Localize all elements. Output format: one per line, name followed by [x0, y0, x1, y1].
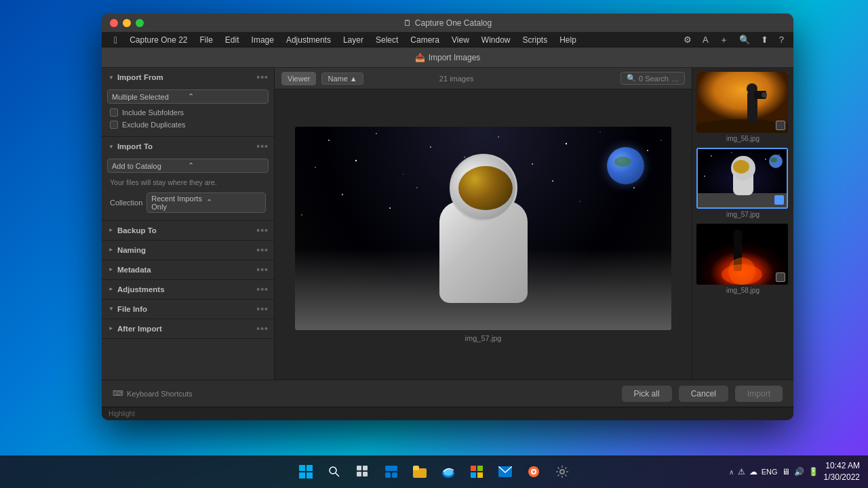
keyboard-icon: ⌨ — [113, 389, 123, 398]
task-view-button[interactable] — [349, 458, 376, 485]
adjustments-options[interactable]: ••• — [256, 284, 269, 295]
adjustments-menu[interactable]: Adjustments — [281, 35, 336, 45]
collection-dropdown[interactable]: Recent Imports Only ⌃ — [146, 192, 266, 213]
search-bar[interactable]: 🔍 0 Search … — [620, 72, 685, 85]
earth-sphere — [607, 147, 644, 184]
import-to-header[interactable]: ▼ Import To ••• — [102, 137, 274, 156]
include-subfolders-row[interactable]: Include Subfolders — [107, 106, 269, 119]
import-button[interactable]: Import — [735, 386, 783, 402]
svg-point-30 — [765, 159, 766, 160]
edit-menu[interactable]: Edit — [220, 35, 245, 45]
select-menu[interactable]: Select — [370, 35, 403, 45]
import-to-options[interactable]: ••• — [256, 141, 269, 152]
file-menu[interactable]: File — [195, 35, 218, 45]
help-menu[interactable]: Help — [554, 35, 582, 45]
thumbnail-58[interactable] — [696, 224, 788, 285]
exclude-duplicates-checkbox[interactable] — [110, 121, 118, 129]
backup-to-options[interactable]: ••• — [256, 225, 269, 236]
pick-all-button[interactable]: Pick all — [622, 386, 672, 402]
svg-rect-54 — [385, 466, 397, 471]
share-icon[interactable]: ⬆ — [758, 34, 771, 45]
image-menu[interactable]: Image — [246, 35, 279, 45]
backup-to-header[interactable]: ▼ Backup To ••• — [102, 221, 274, 240]
name-sort-control[interactable]: Name ▲ — [321, 73, 363, 85]
adjustments-section: ▼ Adjustments ••• — [102, 280, 274, 300]
thumbnail-57[interactable] — [696, 148, 788, 209]
close-button[interactable] — [110, 19, 118, 27]
help-circle-icon[interactable]: ? — [776, 34, 787, 45]
thumb-checkbox-57[interactable] — [774, 195, 784, 205]
paint-button[interactable] — [520, 458, 547, 485]
file-info-options[interactable]: ••• — [256, 304, 269, 314]
svg-point-7 — [315, 167, 316, 168]
edge-button[interactable] — [435, 458, 462, 485]
svg-rect-64 — [477, 472, 483, 478]
after-import-header[interactable]: ▼ After Import ••• — [102, 319, 274, 338]
metadata-header[interactable]: ▼ Metadata ••• — [102, 260, 274, 279]
exclude-duplicates-row[interactable]: Exclude Duplicates — [107, 119, 269, 131]
naming-options[interactable]: ••• — [256, 245, 269, 256]
search-taskbar-button[interactable] — [321, 458, 348, 485]
svg-rect-45 — [307, 465, 313, 471]
thumb-checkbox-56[interactable] — [776, 121, 785, 130]
lang-indicator[interactable]: ENG — [762, 468, 778, 476]
naming-header[interactable]: ▼ Naming ••• — [102, 241, 274, 260]
search-icon[interactable]: 🔍 — [736, 34, 753, 45]
svg-point-14 — [342, 194, 343, 195]
source-dropdown[interactable]: Multiple Selected ⌃ — [107, 89, 269, 104]
menu-right-icons: ⚙ A ＋ 🔍 ⬆ ? — [681, 33, 787, 47]
thumb-checkbox-58[interactable] — [776, 272, 785, 282]
main-image[interactable] — [295, 127, 671, 330]
view-menu[interactable]: View — [446, 35, 475, 45]
gear-icon[interactable]: ⚙ — [681, 34, 694, 45]
settings-button[interactable] — [549, 458, 576, 485]
thumb2-scene — [698, 149, 787, 207]
viewer-toolbar: Viewer Name ▲ 21 images 🔍 0 Search … — [275, 68, 692, 89]
svg-rect-44 — [299, 465, 305, 471]
maximize-button[interactable] — [136, 19, 144, 27]
audio-icon: 🔊 — [794, 467, 804, 476]
mac-traffic-lights[interactable] — [110, 19, 144, 27]
destination-dropdown[interactable]: Add to Catalog ⌃ — [107, 159, 269, 173]
app-name-menu[interactable]: Capture One 22 — [124, 35, 193, 45]
left-panel: ▼ Import From ••• Multiple Selected ⌃ — [102, 68, 275, 380]
astronaut-suit — [409, 154, 558, 303]
camera-menu[interactable]: Camera — [405, 35, 445, 45]
widgets-button[interactable] — [378, 458, 405, 485]
apple-menu[interactable]:  — [108, 34, 123, 46]
after-import-options[interactable]: ••• — [256, 323, 269, 334]
metadata-options[interactable]: ••• — [256, 264, 269, 275]
thumb-name-57: img_57.jpg — [696, 211, 789, 218]
astronaut-scene — [295, 127, 671, 330]
desktop: 🗒 Capture One Catalog  Capture One 22 F… — [0, 0, 868, 488]
plus-icon[interactable]: ＋ — [717, 33, 731, 47]
svg-rect-61 — [471, 466, 476, 471]
font-icon[interactable]: A — [700, 34, 711, 45]
import-window-title: 📥 Import Images — [415, 53, 481, 62]
svg-rect-55 — [385, 472, 391, 478]
catalog-icon: 🗒 — [403, 18, 412, 28]
minimize-button[interactable] — [123, 19, 131, 27]
file-info-header[interactable]: ▼ File Info ••• — [102, 300, 274, 319]
include-subfolders-checkbox[interactable] — [110, 108, 118, 117]
status-bar: Highlight — [102, 407, 793, 420]
import-from-content: Multiple Selected ⌃ Include Subfolders E… — [102, 87, 274, 136]
file-explorer-button[interactable] — [406, 458, 433, 485]
svg-rect-63 — [471, 472, 476, 478]
start-button[interactable] — [292, 458, 319, 485]
thumbnail-56[interactable] — [696, 72, 788, 133]
tray-expand-icon[interactable]: ∧ — [729, 468, 734, 476]
store-button[interactable] — [463, 458, 490, 485]
layer-menu[interactable]: Layer — [338, 35, 369, 45]
scripts-menu[interactable]: Scripts — [517, 35, 553, 45]
mail-button[interactable] — [492, 458, 519, 485]
cancel-button[interactable]: Cancel — [679, 386, 728, 402]
keyboard-shortcuts-button[interactable]: ⌨ Keyboard Shortcuts — [113, 389, 193, 398]
import-from-header[interactable]: ▼ Import From ••• — [102, 68, 274, 87]
taskbar-clock[interactable]: 10:42 AM 1/30/2022 — [824, 460, 860, 483]
viewer-button[interactable]: Viewer — [281, 72, 316, 85]
adjustments-header[interactable]: ▼ Adjustments ••• — [102, 280, 274, 299]
window-menu[interactable]: Window — [476, 35, 516, 45]
import-from-options[interactable]: ••• — [256, 72, 269, 83]
thumbnail-item-58: img_58.jpg — [696, 224, 789, 294]
